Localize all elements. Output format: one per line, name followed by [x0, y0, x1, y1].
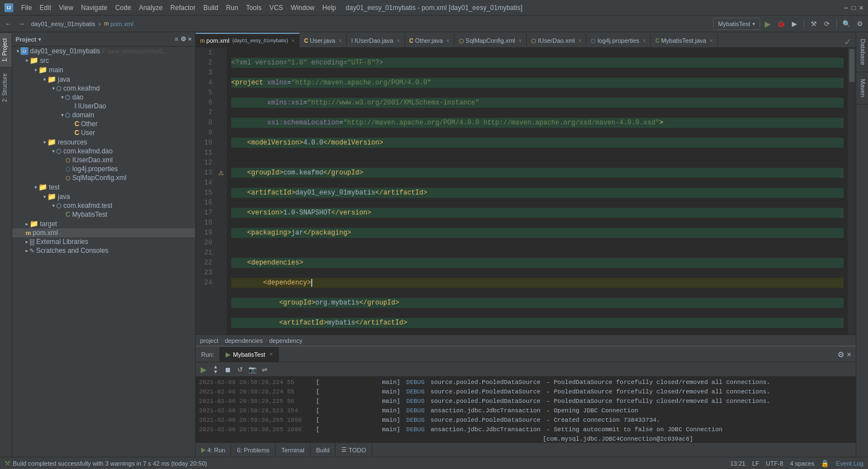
menu-edit[interactable]: Edit: [36, 3, 54, 13]
maximize-button[interactable]: □: [852, 4, 856, 12]
code-editor[interactable]: <?xml version="1.0" encoding="UTF-8"?> <…: [227, 48, 848, 335]
run-button[interactable]: ▶: [761, 18, 774, 30]
tree-item-root[interactable]: ▾ IJ day01_eesy_01mybatis F:\java_worksp…: [12, 47, 195, 56]
tab-iuserdaojava[interactable]: I IUserDao.java ×: [347, 34, 405, 47]
breadcrumb-item-dependencies[interactable]: dependencies: [225, 337, 263, 344]
tree-item-src[interactable]: ▾ 📁 src: [12, 56, 195, 65]
encoding[interactable]: UTF-8: [766, 460, 783, 467]
panel-close[interactable]: ×: [188, 36, 192, 43]
menu-tools[interactable]: Tools: [243, 3, 265, 13]
tab-log4j[interactable]: ⬡ log4j.properties ×: [586, 34, 651, 47]
tree-item-testjava[interactable]: ▾ 📁 java: [12, 192, 195, 201]
tree-item-dao[interactable]: ▾ ⬡ dao: [12, 93, 195, 102]
run-output[interactable]: 2021-02-06 20:50:29,224 55 [ main] DEBUG…: [196, 377, 856, 442]
tree-collapse-all[interactable]: ≡: [174, 36, 178, 43]
run-wrap-btn[interactable]: ⇌: [259, 364, 270, 375]
minimize-button[interactable]: −: [844, 3, 848, 12]
tab-pomxml[interactable]: m pom.xml (day01_eesy_01mybatis) ×: [196, 33, 300, 47]
tab-run-num[interactable]: Run:: [196, 347, 220, 362]
bottom-tab-todo[interactable]: ☰ TODO: [336, 443, 372, 457]
menu-refactor[interactable]: Refactor: [167, 3, 199, 13]
tab-mybatistest-run[interactable]: ▶ MybatisTest ×: [220, 347, 279, 362]
tree-item-domain[interactable]: ▾ ⬡ domain: [12, 111, 195, 119]
breadcrumb-item-project[interactable]: project: [200, 337, 218, 344]
indent-settings[interactable]: 4 spaces: [790, 460, 814, 467]
tree-item-target[interactable]: ▸ 📁 target: [12, 219, 195, 228]
search-everywhere[interactable]: 🔍: [840, 18, 852, 30]
bottom-tab-build[interactable]: Build: [311, 443, 336, 457]
breadcrumb-file[interactable]: m pom.xml: [102, 21, 136, 27]
tree-item-comkeafmddao[interactable]: ▾ ⬡ com.keafmd.dao: [12, 147, 195, 156]
cursor-position[interactable]: 13:21: [730, 460, 746, 467]
run-config-selector[interactable]: MybatisTest ▾: [713, 18, 760, 30]
forward-button[interactable]: →: [16, 18, 28, 30]
tree-item-iuserdao[interactable]: I IUserDao: [12, 102, 195, 111]
close-button[interactable]: ×: [859, 3, 864, 12]
tab-userjava[interactable]: C User.java ×: [300, 34, 347, 47]
tab-other-close[interactable]: ×: [446, 38, 450, 44]
tree-item-user[interactable]: C User: [12, 128, 195, 137]
menu-navigate[interactable]: Navigate: [78, 3, 111, 13]
menu-run[interactable]: Run: [223, 3, 242, 13]
tree-settings[interactable]: ⚙: [181, 36, 186, 43]
tab-iuserdao-close[interactable]: ×: [397, 38, 400, 44]
menu-view[interactable]: View: [56, 3, 77, 13]
bottom-tab-run[interactable]: ▶ 4: Run: [196, 443, 231, 457]
tree-item-other[interactable]: C Other: [12, 119, 195, 128]
tree-item-test[interactable]: ▾ 📁 test: [12, 182, 195, 192]
tree-item-resources[interactable]: ▾ 📁 resources: [12, 137, 195, 147]
tab-log4j-close[interactable]: ×: [643, 38, 646, 44]
menu-analyze[interactable]: Analyze: [136, 3, 166, 13]
run-up-btn[interactable]: ▲: [211, 365, 220, 369]
tree-item-comkeafmd[interactable]: ▾ ⬡ com.keafmd: [12, 84, 195, 93]
settings-button[interactable]: ⚙: [854, 18, 866, 30]
structure-tab[interactable]: 2: Structure: [0, 67, 12, 108]
event-log-link[interactable]: Event Log: [836, 460, 864, 467]
menu-build[interactable]: Build: [200, 3, 222, 13]
tree-item-sqlmap[interactable]: ⬡ SqlMapConfig.xml: [12, 173, 195, 182]
run-tab-close[interactable]: ×: [270, 351, 273, 357]
tree-item-java[interactable]: ▾ 📁 java: [12, 74, 195, 84]
tab-mybatistest[interactable]: C MybatisTest.java ×: [651, 34, 717, 47]
debug-button[interactable]: 🐞: [775, 18, 787, 30]
tree-item-mybatistest[interactable]: C MybatisTest: [12, 210, 195, 219]
right-tab-maven[interactable]: Maven: [856, 72, 868, 104]
tree-item-log4j[interactable]: ⬡ log4j.properties: [12, 164, 195, 173]
tab-userjava-close[interactable]: ×: [338, 38, 342, 44]
menu-window[interactable]: Window: [287, 3, 318, 13]
tab-sqlmap[interactable]: ⬡ SqlMapConfig.xml ×: [455, 34, 527, 47]
menu-code[interactable]: Code: [112, 3, 134, 13]
menu-file[interactable]: File: [18, 3, 35, 13]
breadcrumb-item-dependency[interactable]: dependency: [269, 337, 302, 344]
run-play-btn[interactable]: ▶: [198, 364, 209, 375]
bottom-tab-problems[interactable]: 6: Problems: [231, 443, 276, 457]
tab-sqlmap-close[interactable]: ×: [518, 38, 522, 44]
run-stop-btn[interactable]: ◼: [222, 364, 233, 375]
tab-otherjava[interactable]: C Other.java ×: [405, 34, 455, 47]
tree-item-pomxml[interactable]: m pom.xml: [12, 228, 195, 237]
tree-item-extlibs[interactable]: ▸ ||| External Libraries: [12, 237, 195, 246]
tab-mybatistest-close[interactable]: ×: [710, 38, 713, 44]
right-tab-database[interactable]: Database: [856, 32, 868, 72]
tab-iuserdaoxml-close[interactable]: ×: [578, 38, 582, 44]
editor-scrollbar[interactable]: [848, 48, 856, 335]
breadcrumb-project[interactable]: day01_eesy_01mybatis: [29, 21, 98, 27]
bottom-close[interactable]: ×: [847, 350, 851, 359]
build-button[interactable]: ⚒: [807, 18, 820, 30]
tree-item-comkeafmdtest[interactable]: ▾ ⬡ com.keafmd.test: [12, 201, 195, 210]
tab-iuserdaoxml[interactable]: ⬡ IUserDao.xml ×: [527, 34, 586, 47]
sync-button[interactable]: ⟳: [821, 18, 833, 30]
tab-pomxml-close[interactable]: ×: [291, 38, 295, 44]
bottom-tab-terminal[interactable]: Terminal: [276, 443, 311, 457]
back-button[interactable]: ←: [2, 18, 14, 30]
run-rerun-btn[interactable]: ↺: [235, 364, 246, 375]
run-with-coverage-button[interactable]: ▶: [788, 18, 800, 30]
project-tab[interactable]: 1: Project: [0, 32, 12, 67]
run-down-btn[interactable]: ▼: [211, 370, 220, 374]
line-ending[interactable]: LF: [752, 460, 759, 467]
tree-item-main[interactable]: ▾ 📁 main: [12, 65, 195, 74]
menu-vcs[interactable]: VCS: [266, 3, 287, 13]
menu-help[interactable]: Help: [319, 3, 340, 13]
bottom-settings[interactable]: ⚙: [837, 350, 845, 359]
gutter-warning-13[interactable]: ⚠: [218, 169, 224, 177]
